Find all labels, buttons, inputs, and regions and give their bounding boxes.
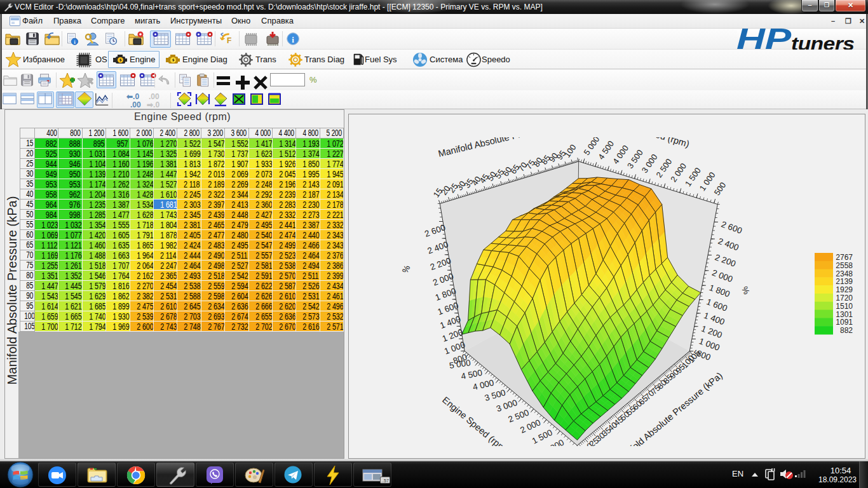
svg-text:⬅.0: ⬅.0	[126, 92, 139, 101]
svg-text:➡.0: ➡.0	[147, 100, 159, 109]
svg-text:i: i	[292, 35, 294, 44]
svg-text:882: 882	[840, 326, 853, 335]
svg-text:F: F	[227, 36, 231, 45]
svg-text:i: i	[74, 39, 75, 45]
svg-text:.00: .00	[149, 92, 159, 101]
svg-text:.00: .00	[130, 100, 141, 109]
